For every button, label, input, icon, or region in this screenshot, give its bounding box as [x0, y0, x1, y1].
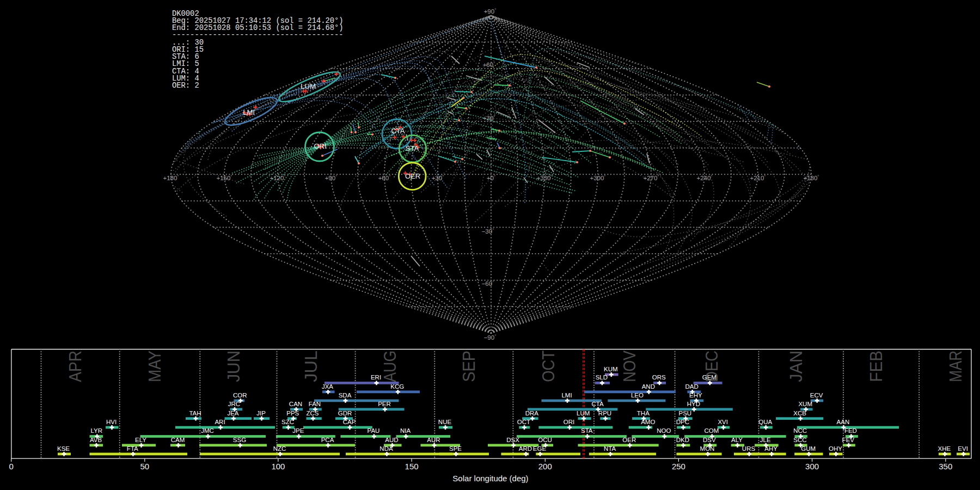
svg-text:Solar longitude (deg): Solar longitude (deg): [452, 474, 528, 483]
svg-text:AUD: AUD: [385, 437, 398, 443]
svg-text:STA: STA: [406, 144, 419, 152]
svg-text:200: 200: [538, 462, 552, 471]
svg-text:DPC: DPC: [676, 419, 689, 425]
svg-text:−60°: −60°: [482, 280, 494, 287]
svg-text:0: 0: [9, 462, 13, 471]
svg-text:FAN: FAN: [309, 401, 321, 407]
svg-text:ORI: ORI: [564, 419, 574, 425]
svg-text:XVI: XVI: [718, 419, 728, 425]
svg-text:GEM: GEM: [702, 374, 716, 381]
svg-text:FEB: FEB: [866, 351, 886, 382]
svg-text:LMI: LMI: [243, 108, 255, 117]
svg-text:ERI: ERI: [371, 374, 381, 381]
svg-text:HYD: HYD: [687, 401, 700, 407]
svg-text:AHY: AHY: [764, 445, 777, 452]
svg-text:NIA: NIA: [400, 427, 411, 434]
svg-text:DRA: DRA: [525, 410, 539, 416]
svg-text:JMC: JMC: [201, 427, 214, 434]
svg-text:COM: COM: [704, 427, 719, 434]
svg-text:350: 350: [939, 462, 952, 471]
svg-text:STA: STA: [581, 427, 593, 434]
svg-text:+90°: +90°: [325, 174, 338, 181]
svg-text:+60°: +60°: [483, 61, 495, 68]
svg-text:+180°: +180°: [803, 174, 819, 181]
svg-text:+120°: +120°: [270, 174, 285, 181]
svg-text:JLE: JLE: [760, 437, 771, 443]
svg-text:KCG: KCG: [390, 383, 404, 390]
svg-text:NOV: NOV: [620, 351, 639, 382]
svg-text:+330°: +330°: [536, 174, 552, 181]
svg-text:MAY: MAY: [145, 351, 164, 382]
svg-text:ORI: ORI: [314, 142, 326, 150]
svg-text:+300°: +300°: [590, 174, 605, 181]
svg-text:NZC: NZC: [273, 445, 286, 452]
svg-text:LUM: LUM: [577, 410, 590, 416]
svg-text:SDA: SDA: [339, 392, 352, 399]
svg-text:SLD: SLD: [596, 374, 608, 381]
svg-text:NOO: NOO: [657, 427, 671, 434]
svg-text:KSE: KSE: [57, 445, 70, 452]
svg-text:TAH: TAH: [189, 410, 201, 416]
svg-text:OCT: OCT: [517, 419, 530, 425]
svg-text:ALY: ALY: [731, 437, 743, 443]
svg-text:ZCS: ZCS: [307, 410, 319, 416]
svg-text:SSG: SSG: [233, 437, 246, 443]
svg-text:DSV: DSV: [703, 437, 716, 443]
svg-text:+150°: +150°: [216, 174, 232, 181]
svg-text:JEA: JEA: [227, 410, 238, 416]
svg-text:OHY: OHY: [829, 445, 842, 452]
svg-text:OCT: OCT: [538, 351, 558, 382]
svg-text:+60°: +60°: [378, 174, 391, 181]
svg-text:PPS: PPS: [286, 410, 299, 416]
svg-text:URS: URS: [742, 445, 756, 452]
svg-text:50: 50: [140, 462, 149, 471]
svg-text:JRC: JRC: [228, 401, 240, 407]
svg-text:QUA: QUA: [758, 419, 772, 425]
svg-text:ARD: ARD: [519, 445, 532, 452]
svg-text:EGE: EGE: [533, 445, 547, 452]
svg-text:+180°: +180°: [163, 174, 179, 181]
svg-text:DAD: DAD: [685, 383, 699, 390]
svg-text:LYR: LYR: [90, 427, 102, 434]
svg-text:HVI: HVI: [106, 419, 117, 425]
svg-text:EVI: EVI: [958, 445, 968, 452]
svg-text:300: 300: [805, 462, 819, 471]
svg-text:LMI: LMI: [561, 392, 572, 399]
svg-text:PER: PER: [378, 401, 391, 407]
svg-text:FED: FED: [844, 427, 857, 434]
svg-text:+90°: +90°: [484, 8, 497, 15]
svg-text:GUM: GUM: [801, 445, 816, 452]
svg-text:JIP: JIP: [256, 410, 266, 416]
svg-text:FEV: FEV: [842, 437, 855, 443]
svg-text:NCC: NCC: [793, 427, 807, 434]
svg-text:FTA: FTA: [127, 445, 138, 452]
svg-text:+30°: +30°: [432, 174, 444, 181]
svg-text:JAN: JAN: [786, 351, 806, 382]
svg-text:APR: APR: [65, 351, 85, 382]
svg-text:AMO: AMO: [641, 419, 655, 425]
svg-text:MAR: MAR: [946, 351, 965, 382]
svg-text:OER: OER: [622, 437, 636, 443]
svg-text:DKD: DKD: [676, 437, 689, 443]
svg-text:ORS: ORS: [652, 374, 666, 381]
svg-text:NTA: NTA: [604, 445, 616, 452]
svg-text:COR: COR: [233, 392, 247, 399]
svg-text:150: 150: [405, 462, 419, 471]
svg-text:XCB: XCB: [793, 410, 806, 416]
svg-text:SZC: SZC: [281, 419, 294, 425]
svg-text:100: 100: [271, 462, 285, 471]
svg-text:+30°: +30°: [483, 114, 495, 121]
svg-text:OER: OER: [405, 172, 420, 180]
svg-text:XHE: XHE: [938, 445, 951, 452]
svg-text:AVB: AVB: [90, 437, 102, 443]
svg-text:SPE: SPE: [449, 445, 462, 452]
svg-text:XUM: XUM: [798, 401, 812, 407]
svg-text:AAN: AAN: [837, 419, 850, 425]
svg-text:OCU: OCU: [538, 437, 552, 443]
svg-text:JUL: JUL: [301, 351, 321, 382]
svg-text:ELY: ELY: [135, 437, 146, 443]
svg-text:CAN: CAN: [289, 401, 302, 407]
svg-text:AND: AND: [642, 383, 655, 390]
svg-text:250: 250: [672, 462, 685, 471]
svg-text:CTA: CTA: [591, 401, 603, 407]
